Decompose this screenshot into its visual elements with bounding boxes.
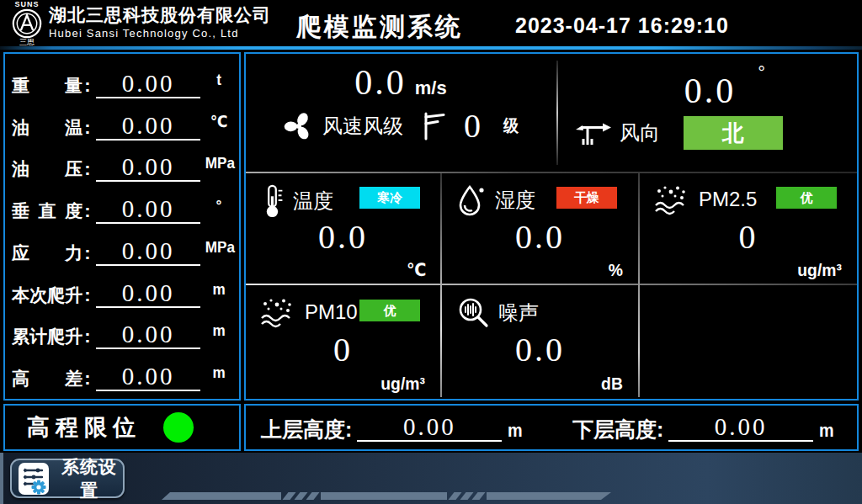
datetime-display: 2023-04-17 16:29:10: [515, 13, 729, 38]
tile-value: 0: [640, 217, 857, 257]
grid-divider-vertical-1: [440, 173, 442, 397]
footer-left-accent: [0, 453, 3, 504]
page-title: 爬模监测系统: [296, 10, 463, 45]
logo-suns-text: SUNS: [7, 1, 47, 8]
measure-value: 0.00: [96, 279, 200, 308]
tile-head: 湿度 干燥: [443, 173, 637, 217]
measure-row-weight: 重量: 0.00 t: [12, 61, 234, 98]
status-badge: 优: [359, 300, 420, 321]
wind-direction-label: 风向: [620, 119, 660, 146]
measure-unit: t: [205, 71, 232, 89]
measure-unit: MPa: [205, 238, 232, 257]
thermometer-icon: [259, 183, 285, 219]
measure-unit: °: [205, 196, 232, 215]
colon: :: [345, 416, 352, 442]
colon: :: [657, 416, 663, 442]
measure-unit: m: [205, 321, 232, 340]
colon: :: [82, 366, 93, 391]
grid-divider-horizontal-2: [246, 284, 857, 285]
lower-height-unit: m: [819, 420, 834, 442]
upper-height-group: 上层高度: 0.00 m: [261, 414, 524, 442]
company-name: 湖北三思科技股份有限公司 Hubei Sansi Technology Co.,…: [49, 4, 271, 41]
wind-direction-button[interactable]: 北: [684, 116, 783, 150]
measure-row-height-diff: 高差: 0.00 m: [12, 354, 234, 391]
measure-value: 0.00: [96, 195, 200, 224]
settings-button-label: 系统设置: [56, 455, 123, 502]
wind-speed-section: 0.0m/s 风速风级 0 级: [246, 54, 556, 172]
header-divider: [0, 46, 862, 50]
tile-label: 湿度: [495, 187, 535, 214]
sliders-gear-icon: [19, 463, 49, 495]
tile-humidity: 湿度 干燥 0.0 %: [443, 173, 637, 284]
wind-direction-label-row: 风向 北: [559, 116, 857, 150]
tile-label: 噪声: [498, 300, 539, 326]
tile-value: 0.0: [246, 217, 440, 257]
tile-label: PM10: [305, 300, 358, 324]
green-circle-indicator: [163, 412, 194, 443]
measure-value: 0.00: [96, 321, 200, 349]
company-logo: SUNS 三思: [7, 0, 47, 46]
tile-noise: 噪声 0.0 dB: [443, 286, 637, 397]
measure-row-stress: 应力: 0.00 MPa: [12, 229, 234, 266]
measure-row-oil-temp: 油温: 0.00 ℃: [12, 103, 234, 141]
wind-speed-label-row: 风速风级 0 级: [246, 106, 556, 146]
tile-value: 0.0: [443, 330, 637, 369]
wind-direction-unit: °: [758, 62, 765, 83]
tile-label: 温度: [293, 188, 333, 215]
colon: :: [82, 199, 93, 224]
header: SUNS 三思 湖北三思科技股份有限公司 Hubei Sansi Technol…: [0, 0, 862, 46]
environment-panel: 0.0m/s 风速风级 0 级: [244, 52, 859, 401]
measure-label: 垂直度: [12, 199, 82, 224]
upper-height-label: 上层高度: [261, 416, 345, 442]
measure-label: 本次爬升: [12, 283, 82, 308]
wind-flag-icon: [422, 111, 445, 141]
wind-speed-unit: m/s: [415, 77, 447, 98]
measure-row-verticality: 垂直度: 0.00 °: [12, 187, 234, 224]
dust-particles-icon: [259, 296, 296, 328]
system-settings-button[interactable]: 系统设置: [10, 459, 125, 498]
tile-head: 温度 寒冷: [246, 173, 440, 219]
measure-label: 油温: [12, 115, 82, 141]
tile-value: 0.0: [443, 217, 637, 257]
measure-unit: MPa: [205, 154, 232, 172]
measure-unit: m: [205, 363, 232, 382]
colon: :: [82, 157, 93, 182]
wind-direction-value-row: 0.0°: [559, 62, 857, 111]
colon: :: [82, 283, 93, 308]
status-badge: 寒冷: [359, 187, 420, 209]
tile-unit: dB: [601, 374, 623, 394]
lower-height-label: 下层高度: [572, 416, 657, 442]
status-badge: 干燥: [556, 187, 617, 209]
upper-height-value: 0.00: [357, 414, 502, 442]
lower-height-group: 下层高度: 0.00 m: [572, 414, 835, 442]
measure-value: 0.00: [96, 153, 200, 182]
footer-bar: 系统设置: [0, 453, 862, 504]
measure-value: 0.00: [96, 70, 200, 98]
elevation-limit-label: 高程限位: [27, 412, 141, 443]
colon: :: [82, 324, 93, 349]
measure-unit: m: [205, 280, 232, 299]
wind-speed-value-row: 0.0m/s: [246, 62, 556, 103]
wind-level-unit: 级: [503, 114, 519, 137]
wind-speed-label: 风速风级: [322, 113, 403, 140]
measure-label: 应力: [12, 241, 82, 266]
lower-height-value: 0.00: [668, 414, 813, 442]
measure-label: 重量: [12, 73, 82, 98]
wind-vane-icon: [574, 116, 613, 150]
tile-head: 噪声: [443, 286, 637, 330]
tile-head: PM10 优: [246, 286, 440, 328]
dust-particles-icon: [653, 183, 690, 215]
tile-unit: ug/m³: [380, 374, 425, 394]
colon: :: [82, 241, 93, 266]
droplet-icon: [456, 183, 487, 217]
tile-temperature: 温度 寒冷 0.0 ℃: [246, 173, 440, 284]
fan-icon: [282, 109, 316, 143]
upper-height-unit: m: [508, 420, 523, 442]
measure-value: 0.00: [96, 237, 200, 266]
measure-value: 0.00: [96, 112, 200, 141]
layer-heights-panel: 上层高度: 0.00 m 下层高度: 0.00 m: [244, 404, 859, 451]
wind-level-value: 0: [464, 106, 481, 146]
company-name-en: Hubei Sansi Technology Co., Ltd: [49, 25, 271, 41]
wind-direction-section: 0.0° 风向 北: [559, 54, 857, 172]
measure-row-current-climb: 本次爬升: 0.00 m: [12, 271, 234, 308]
